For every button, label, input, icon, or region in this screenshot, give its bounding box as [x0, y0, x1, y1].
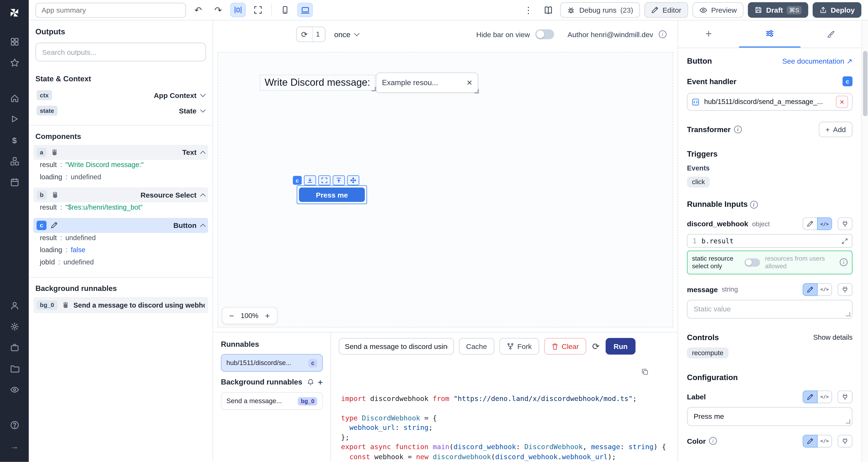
chevron-down-icon[interactable] [200, 92, 206, 97]
groups-eye-icon[interactable] [5, 380, 24, 399]
clear-button[interactable]: Clear [544, 338, 586, 355]
component-c-header[interactable]: c Button [33, 218, 208, 233]
static-input-button[interactable] [803, 390, 817, 403]
connect-input-button[interactable] [837, 283, 852, 296]
eval-input-button[interactable]: </> [817, 435, 832, 447]
connect-input-button[interactable] [837, 435, 852, 447]
zoom-out-button[interactable]: − [229, 311, 234, 320]
undo-button[interactable]: ↶ [190, 3, 206, 17]
info-icon[interactable]: i [750, 201, 758, 209]
code-editor[interactable]: import discordwebhook from "https://deno… [331, 359, 678, 462]
ctx-label: App Context [154, 91, 196, 99]
runnable-reference-box[interactable]: hub/1511/discord/send_a_message_... × [687, 93, 852, 111]
docs-button[interactable] [540, 3, 556, 17]
mobile-view-button[interactable] [277, 3, 293, 17]
runs-play-icon[interactable] [5, 110, 24, 129]
line-number: 1 [688, 237, 702, 245]
static-input-button[interactable] [803, 218, 817, 230]
refresh-mode-dropdown[interactable]: once [334, 30, 359, 38]
add-background-runnable-button[interactable]: + [318, 377, 323, 387]
chevron-up-icon[interactable] [200, 224, 206, 229]
scrollbar-thumb[interactable] [863, 51, 867, 116]
static-input-button[interactable] [803, 435, 817, 447]
static-resource-toggle[interactable] [745, 258, 760, 266]
info-icon[interactable]: i [659, 31, 667, 38]
auto-layout-button[interactable] [230, 3, 246, 17]
state-row[interactable]: state State [35, 103, 206, 118]
info-icon[interactable]: i [840, 259, 847, 266]
styling-tab[interactable] [800, 21, 861, 47]
home-icon[interactable] [5, 89, 24, 107]
more-menu-button[interactable]: ⋮ [521, 3, 536, 17]
deploy-button[interactable]: Deploy [812, 2, 861, 18]
ctx-row[interactable]: ctx App Context [35, 87, 206, 103]
expand-icon[interactable] [318, 175, 331, 185]
remove-runnable-button[interactable]: × [836, 96, 848, 108]
see-documentation-link[interactable]: See documentation↗ [782, 57, 852, 65]
component-a-header[interactable]: a Text [33, 145, 208, 160]
refresh-all-button[interactable]: ⟳ 1 [296, 27, 325, 42]
connect-input-button[interactable] [837, 218, 852, 230]
app-summary-input[interactable] [35, 2, 186, 17]
help-icon[interactable] [5, 416, 24, 434]
chevron-down-icon[interactable] [200, 107, 206, 112]
hide-bar-toggle[interactable] [535, 29, 554, 39]
favorites-star-icon[interactable] [5, 53, 24, 72]
app-canvas[interactable]: Write Discord message: Example resou... … [218, 52, 673, 328]
chevron-up-icon[interactable] [200, 151, 206, 156]
resources-boxes-icon[interactable] [5, 152, 24, 170]
resource-select-component[interactable]: Example resou... × [376, 72, 478, 93]
expand-editor-icon[interactable] [837, 237, 852, 244]
runnable-item[interactable]: hub/1511/discord/se... c [221, 354, 323, 372]
refresh-result-button[interactable]: ⟳ [591, 341, 600, 352]
info-icon[interactable]: i [734, 126, 742, 133]
background-runnable-item[interactable]: Send a message... bg_0 [221, 392, 323, 410]
run-button[interactable]: Run [606, 338, 636, 355]
eval-input-button[interactable]: </> [817, 390, 832, 403]
workers-briefcase-icon[interactable] [5, 338, 24, 357]
variables-dollar-icon[interactable]: $ [5, 131, 24, 150]
apps-grid-icon[interactable] [5, 32, 24, 51]
cache-button[interactable]: Cache [459, 338, 494, 355]
info-icon[interactable]: i [709, 437, 717, 445]
user-icon[interactable] [5, 296, 24, 315]
text-component[interactable]: Write Discord message: [259, 75, 375, 91]
draft-button[interactable]: Draft ⌘S [748, 2, 808, 18]
background-runnable-row[interactable]: bg_0 Send a message to discord using web… [33, 297, 208, 313]
fork-button[interactable]: Fork [499, 338, 539, 355]
folders-icon[interactable] [5, 359, 24, 378]
chevron-up-icon[interactable] [200, 193, 206, 199]
window-scrollbar[interactable] [861, 21, 868, 462]
editor-tab-button[interactable]: Editor [644, 2, 688, 18]
add-transformer-button[interactable]: +Add [819, 122, 852, 137]
move-icon[interactable] [347, 175, 359, 185]
expand-sidebar-icon[interactable]: → [5, 436, 24, 455]
fill-height-icon[interactable] [304, 175, 316, 185]
static-input-button[interactable] [803, 283, 817, 296]
copy-code-button[interactable] [641, 368, 649, 376]
clear-select-icon[interactable]: × [467, 78, 472, 87]
show-details-button[interactable]: Show details [813, 333, 852, 341]
connect-input-button[interactable] [837, 390, 852, 403]
redo-button[interactable]: ↷ [210, 3, 226, 17]
zoom-in-button[interactable]: + [265, 311, 270, 320]
runnable-name-input[interactable] [339, 338, 454, 355]
message-static-input[interactable] [687, 300, 852, 319]
component-settings-tab[interactable] [739, 21, 800, 47]
preview-tab-button[interactable]: Preview [692, 2, 743, 18]
release-icon[interactable] [333, 175, 345, 185]
expression-editor[interactable]: 1 b.result [687, 234, 852, 248]
insert-component-tab[interactable]: + [678, 21, 739, 47]
schedules-calendar-icon[interactable] [5, 173, 24, 192]
outputs-search-input[interactable] [35, 42, 206, 61]
desktop-view-button[interactable] [297, 3, 313, 17]
button-component-selection[interactable]: c Press me [297, 185, 367, 204]
label-input[interactable] [687, 407, 852, 426]
fullscreen-button[interactable] [250, 3, 266, 17]
eval-input-button[interactable]: </> [817, 283, 832, 296]
debug-runs-button[interactable]: Debug runs (23) [560, 2, 640, 18]
component-b-header[interactable]: b Resource Select [33, 188, 208, 202]
settings-gear-icon[interactable] [5, 317, 24, 336]
eval-input-button[interactable]: </> [817, 218, 832, 230]
press-me-button[interactable]: Press me [299, 188, 365, 202]
